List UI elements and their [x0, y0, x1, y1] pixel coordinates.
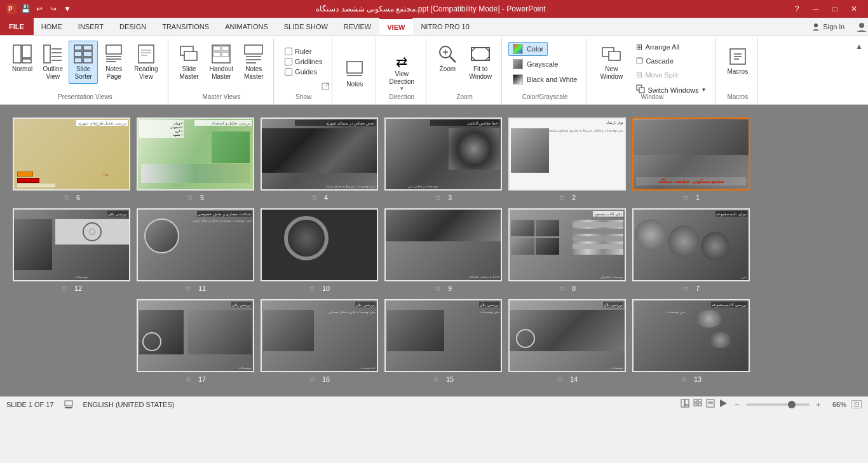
show-group-label: Show: [275, 92, 332, 102]
svg-rect-22: [139, 45, 154, 63]
slide-content-5: بررسی تحلیل و استعداد • تهران• اصفهان• ک…: [138, 119, 253, 189]
view-direction-button[interactable]: ⇄ ViewDirection ▼: [383, 51, 421, 95]
tab-insert[interactable]: INSERT: [71, 18, 112, 35]
slide-7-circles: [635, 219, 747, 271]
handout-master-button[interactable]: HandoutMaster: [205, 41, 238, 84]
slide-thumb-5[interactable]: بررسی تحلیل و استعداد • تهران• اصفهان• ک…: [137, 117, 254, 202]
slide-thumb-3[interactable]: خط مقایس الناشئ توضیحات و تحلیل متن ☆ 3: [384, 117, 502, 202]
svg-text:P: P: [8, 6, 13, 13]
slide-thumb-16[interactable]: بررسی پلان متن توضیحات پلان و تحلیل معما…: [261, 299, 378, 384]
window-controls[interactable]: ? ─ □ ✕: [788, 3, 863, 15]
svg-line-38: [325, 83, 329, 86]
color-swatch: [513, 44, 523, 54]
notes-button[interactable]: Notes: [339, 56, 370, 91]
color-mode-button[interactable]: Color: [508, 42, 548, 56]
minimize-button[interactable]: ─: [807, 3, 825, 15]
new-window-button[interactable]: NewWindow: [593, 41, 629, 84]
outline-view-button[interactable]: OutlineView: [38, 41, 67, 84]
svg-rect-30: [222, 46, 229, 51]
normal-mode-status-button[interactable]: [680, 398, 690, 410]
tab-slideshow[interactable]: SLIDE SHOW: [276, 18, 336, 35]
slide-sorter-button[interactable]: SlideSorter: [69, 41, 98, 84]
macros-button[interactable]: Macros: [722, 43, 752, 79]
tab-view[interactable]: VIEW: [379, 18, 413, 35]
zoom-in-button[interactable]: +: [815, 399, 822, 410]
ribbon-collapse-button[interactable]: ▲: [853, 41, 865, 52]
guides-checkbox[interactable]: [285, 68, 292, 76]
ruler-checkbox[interactable]: [285, 48, 292, 55]
slide-thumb-14[interactable]: بررسی پلان توضیحات ☆ 14: [508, 299, 626, 384]
tab-home[interactable]: HOME: [34, 18, 71, 35]
slide-thumb-12[interactable]: بررسی پلان توضیحات ☆ 12: [13, 208, 130, 293]
tab-animations[interactable]: ANIMATIONS: [217, 18, 276, 35]
color-group-label: Color/Grayscale: [503, 92, 587, 102]
tab-transitions[interactable]: TRANSITIONS: [154, 18, 217, 35]
slide-thumb-10[interactable]: ☆ 10: [261, 208, 378, 293]
zoom-button[interactable]: Zoom: [433, 41, 462, 76]
help-button[interactable]: ?: [788, 3, 806, 15]
slide-14-footer: ☆ 14: [557, 375, 578, 384]
slide-img-4: نقش مقیاس در سیمای شهری متن توضیحات مربو…: [261, 117, 378, 191]
close-button[interactable]: ✕: [845, 3, 863, 15]
bw-label: Black and White: [527, 76, 577, 83]
slide-12-img-left: [14, 219, 52, 270]
slide-12-num: 12: [74, 285, 82, 292]
show-dialog-launcher[interactable]: [322, 83, 329, 91]
slide-8-line3: [573, 236, 623, 241]
slide-thumb-11[interactable]: شناخت معماری و بخش خصوصی متن توضیحات معم…: [137, 208, 254, 293]
group-presentation-views: Normal OutlineView SlideSorter: [3, 38, 168, 104]
tab-review[interactable]: REVIEW: [336, 18, 379, 35]
fit-window-button[interactable]: Fit toWindow: [465, 41, 496, 84]
tab-design[interactable]: DESIGN: [112, 18, 154, 35]
slide-thumb-2[interactable]: توار ارشاد متن توضیحات و تحلیل مربوط به …: [508, 117, 626, 202]
slide-thumb-17[interactable]: بررسی پلان توضیحات ☆ 17: [137, 299, 254, 384]
guides-checkbox-label[interactable]: Guides: [283, 67, 324, 76]
notes-master-button[interactable]: NotesMaster: [239, 41, 268, 84]
maximize-button[interactable]: □: [826, 3, 844, 15]
slide-thumb-6[interactable]: بررسی تحلیل طرح‌های شهری → ☆ 6: [13, 117, 130, 202]
slideshow-mode-status-button[interactable]: [718, 398, 728, 410]
slide-thumb-15[interactable]: بررسی پلان متن توضیحات ☆ 15: [384, 299, 502, 384]
black-white-button[interactable]: Black and White: [508, 72, 581, 86]
slide-img-8: دلتر کادت مسعود توضیحات تکمیلی: [508, 208, 626, 281]
ruler-checkbox-label[interactable]: Ruler: [283, 47, 324, 56]
grayscale-label: Grayscale: [527, 60, 559, 68]
quick-access-toolbar[interactable]: P 💾 ↩ ↪ ▼: [5, 3, 74, 15]
macros-label: Macros: [727, 68, 748, 76]
gridlines-checkbox[interactable]: [285, 58, 292, 65]
zoom-slider[interactable]: [746, 403, 810, 406]
slide-thumb-13[interactable]: بررسی کادیم مجموعه متن توضیحات ☆ 13: [632, 299, 750, 384]
sorter-mode-status-button[interactable]: [693, 398, 703, 410]
slide-img-13: بررسی کادیم مجموعه متن توضیحات: [632, 299, 750, 372]
arrange-all-button[interactable]: ⊞ Arrange All: [632, 41, 710, 53]
tab-nitro[interactable]: NITRO PRO 10: [413, 18, 477, 35]
slide-master-label: SlideMaster: [179, 65, 199, 81]
slide-thumb-1[interactable]: مجتمع مسکونی ششصد دستگاه ☆ 1: [632, 117, 750, 202]
undo-button[interactable]: ↩: [33, 3, 46, 15]
slide-thumb-4[interactable]: نقش مقیاس در سیمای شهری متن توضیحات مربو…: [261, 117, 378, 202]
reading-mode-status-button[interactable]: [705, 398, 715, 410]
arrange-all-icon: ⊞: [636, 43, 642, 51]
notes-button-label: Notes: [346, 81, 363, 88]
slide-thumb-8[interactable]: دلتر کادت مسعود توضیحات تکمیلی: [508, 208, 626, 293]
slide-master-button[interactable]: SlideMaster: [175, 41, 204, 84]
cascade-button[interactable]: ❒ Cascade: [632, 55, 710, 67]
normal-view-button[interactable]: Normal: [8, 41, 37, 76]
normal-view-label: Normal: [12, 65, 32, 73]
redo-button[interactable]: ↪: [47, 3, 60, 15]
tab-file[interactable]: FILE: [0, 18, 34, 35]
reading-view-button[interactable]: ReadingView: [130, 41, 162, 84]
signin-area[interactable]: Sign in: [804, 18, 853, 35]
zoom-out-button[interactable]: −: [733, 399, 741, 410]
save-button[interactable]: 💾: [19, 3, 32, 15]
fit-page-button[interactable]: ⊡: [851, 400, 862, 408]
qat-dropdown[interactable]: ▼: [61, 3, 74, 15]
slide-13-text: متن توضیحات: [635, 310, 686, 368]
gridlines-checkbox-label[interactable]: Gridlines: [283, 57, 324, 66]
svg-rect-29: [214, 46, 220, 51]
grayscale-button[interactable]: Grayscale: [508, 57, 563, 71]
notes-page-button[interactable]: NotesPage: [99, 41, 128, 84]
slide-12-text: توضیحات: [14, 275, 88, 279]
slide-thumb-7[interactable]: بیژان نادیه مجموعه متن ☆ 7: [632, 208, 750, 293]
slide-thumb-9[interactable]: تحلیل و بررسی معماری ☆ 9: [384, 208, 502, 293]
